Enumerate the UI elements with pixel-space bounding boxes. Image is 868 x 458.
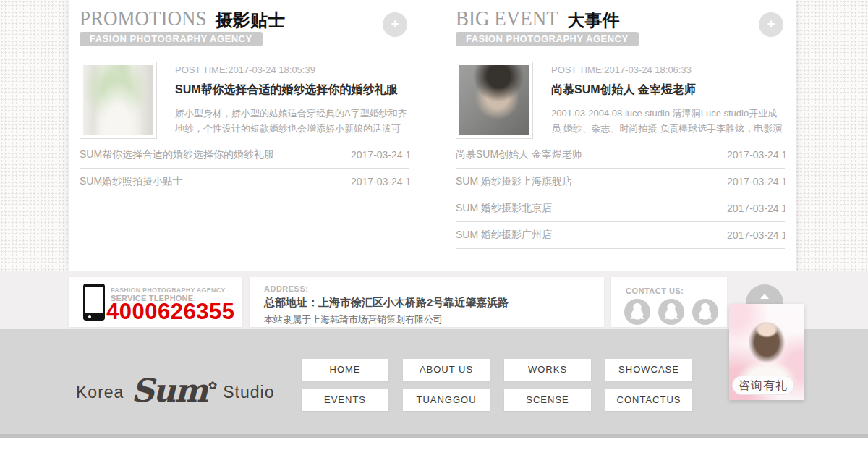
address-label: ADDRESS:: [264, 284, 308, 293]
promotions-more-button[interactable]: +: [383, 12, 407, 37]
founder-portrait-photo: [459, 65, 529, 135]
featured-article-excerpt: 娇小型身材，娇小型的姑娘适合穿经典的A字型婚纱和齐地纱，个性设计的短款婚纱也会增…: [175, 106, 408, 136]
promotions-header: PROMOTIONS 摄影贴士: [80, 9, 285, 32]
featured-article-body: POST TIME:2017-03-24 18:06:33 尚慕SUM创始人 金…: [551, 62, 784, 139]
logo-sum: Sum: [131, 372, 206, 409]
promotions-title-en: PROMOTIONS: [80, 6, 207, 31]
featured-article-title[interactable]: SUM帮你选择合适的婚纱选择你的婚纱礼服: [175, 82, 408, 98]
address-box: ADDRESS: 总部地址：上海市徐汇区小木桥路2号靠近肇嘉浜路 本站隶属于上海…: [250, 277, 604, 327]
big-event-more-button[interactable]: +: [759, 12, 783, 37]
nav-contactus[interactable]: CONTACTUS: [605, 389, 692, 411]
site-logo: Korea Sum ✿ Studio: [76, 370, 275, 414]
post-time: POST TIME:2017-03-24 18:05:39: [175, 64, 408, 75]
list-item[interactable]: SUM婚纱照拍摄小贴士 2017-03-24 1: [80, 169, 409, 195]
nav-about-us[interactable]: ABOUT US: [403, 359, 490, 381]
bride-photo: [83, 65, 153, 135]
big-event-featured-article[interactable]: POST TIME:2017-03-24 18:06:33 尚慕SUM创始人 金…: [456, 62, 785, 139]
list-item-date: 2017-03-24 1: [727, 203, 785, 214]
qq-icon[interactable]: [624, 299, 650, 325]
consult-pill[interactable]: 咨询有礼: [732, 376, 794, 395]
list-item[interactable]: SUM 婚纱摄影上海旗舰店 2017-03-24 1: [456, 169, 785, 195]
chevron-up-icon: [760, 294, 769, 299]
featured-image-frame: [456, 62, 533, 139]
big-event-title-en: BIG EVENT: [456, 6, 558, 31]
list-item-title[interactable]: SUM 婚纱摄影广州店: [456, 229, 552, 242]
big-event-header: BIG EVENT 大事件: [456, 9, 619, 32]
list-item-title[interactable]: SUM 婚纱摄影北京店: [456, 202, 552, 215]
featured-article-title[interactable]: 尚慕SUM创始人 金宰煜老师: [551, 82, 784, 98]
big-event-list: 尚慕SUM创始人 金宰煜老师 2017-03-24 1 SUM 婚纱摄影上海旗舰…: [456, 142, 785, 249]
qq-icon[interactable]: [692, 299, 718, 325]
smartphone-icon: [83, 284, 105, 321]
list-item-title[interactable]: SUM 婚纱摄影上海旗舰店: [456, 175, 572, 188]
featured-article-excerpt: 2001.03-2004.08 luce studio 清潭洞Luce stud…: [551, 106, 784, 136]
bottom-strip: [0, 434, 868, 438]
list-item-date: 2017-03-24 1: [727, 176, 785, 187]
big-event-badge: FASION PHOTOGRAPHY AGENCY: [456, 32, 639, 46]
agency-caption: FASHION PHOTOGRAPHY AGENCY: [111, 287, 226, 294]
contact-icons-row: [624, 299, 726, 325]
nav-showcase[interactable]: SHOWCASE: [605, 359, 692, 381]
consult-widget[interactable]: 咨询有礼: [729, 304, 804, 400]
promotions-section: PROMOTIONS 摄影贴士 FASION PHOTOGRAPHY AGENC…: [80, 0, 409, 271]
list-item-title[interactable]: SUM帮你选择合适的婚纱选择你的婚纱礼服: [80, 148, 274, 161]
list-item-title[interactable]: SUM婚纱照拍摄小贴士: [80, 175, 183, 188]
featured-article-body: POST TIME:2017-03-24 18:05:39 SUM帮你选择合适的…: [175, 62, 408, 139]
contact-box: CONTACT US:: [611, 277, 727, 327]
nav-tuanggou[interactable]: TUANGGOU: [403, 389, 490, 411]
page: PROMOTIONS 摄影贴士 FASION PHOTOGRAPHY AGENC…: [0, 0, 868, 458]
logo-studio: Studio: [223, 383, 274, 402]
nav-scense[interactable]: SCENSE: [504, 389, 591, 411]
list-item-date: 2017-03-24 1: [727, 149, 785, 161]
list-item-date: 2017-03-24 1: [351, 176, 409, 187]
list-item[interactable]: SUM 婚纱摄影北京店 2017-03-24 1: [456, 195, 785, 222]
logo-korea: Korea: [76, 383, 124, 402]
bottom-nav: HOME ABOUT US WORKS SHOWCASE EVENTS TUAN…: [302, 359, 692, 411]
rose-icon: ✿: [208, 379, 218, 392]
list-item[interactable]: SUM帮你选择合适的婚纱选择你的婚纱礼服 2017-03-24 1: [80, 142, 409, 169]
promotions-title-cn: 摄影贴士: [216, 9, 285, 32]
qq-icon[interactable]: [658, 299, 684, 325]
promotions-featured-article[interactable]: POST TIME:2017-03-24 18:05:39 SUM帮你选择合适的…: [80, 62, 409, 139]
list-item[interactable]: SUM 婚纱摄影广州店 2017-03-24 1: [456, 222, 785, 249]
promotions-list: SUM帮你选择合适的婚纱选择你的婚纱礼服 2017-03-24 1 SUM婚纱照…: [80, 142, 409, 195]
nav-events[interactable]: EVENTS: [302, 389, 388, 411]
address-main-text: 总部地址：上海市徐汇区小木桥路2号靠近肇嘉浜路: [264, 296, 509, 310]
big-event-title-cn: 大事件: [567, 9, 619, 32]
list-item-date: 2017-03-24 1: [351, 149, 409, 161]
service-phone-box: FASHION PHOTOGRAPHY AGENCY SERVICE TLEPH…: [69, 277, 242, 327]
nav-home[interactable]: HOME: [302, 359, 388, 381]
service-phone-number[interactable]: 4000626355: [106, 299, 234, 325]
promotions-badge: FASION PHOTOGRAPHY AGENCY: [80, 32, 263, 46]
contact-us-label: CONTACT US:: [626, 287, 684, 295]
nav-works[interactable]: WORKS: [504, 359, 591, 381]
post-time: POST TIME:2017-03-24 18:06:33: [551, 64, 784, 75]
list-item[interactable]: 尚慕SUM创始人 金宰煜老师 2017-03-24 1: [456, 142, 785, 169]
list-item-title[interactable]: 尚慕SUM创始人 金宰煜老师: [456, 148, 582, 161]
list-item-date: 2017-03-24 1: [727, 229, 785, 241]
address-sub-text: 本站隶属于上海韩琦市场营销策划有限公司: [264, 313, 443, 326]
featured-image-frame: [80, 62, 157, 139]
big-event-section: BIG EVENT 大事件 FASION PHOTOGRAPHY AGENCY …: [456, 0, 785, 271]
